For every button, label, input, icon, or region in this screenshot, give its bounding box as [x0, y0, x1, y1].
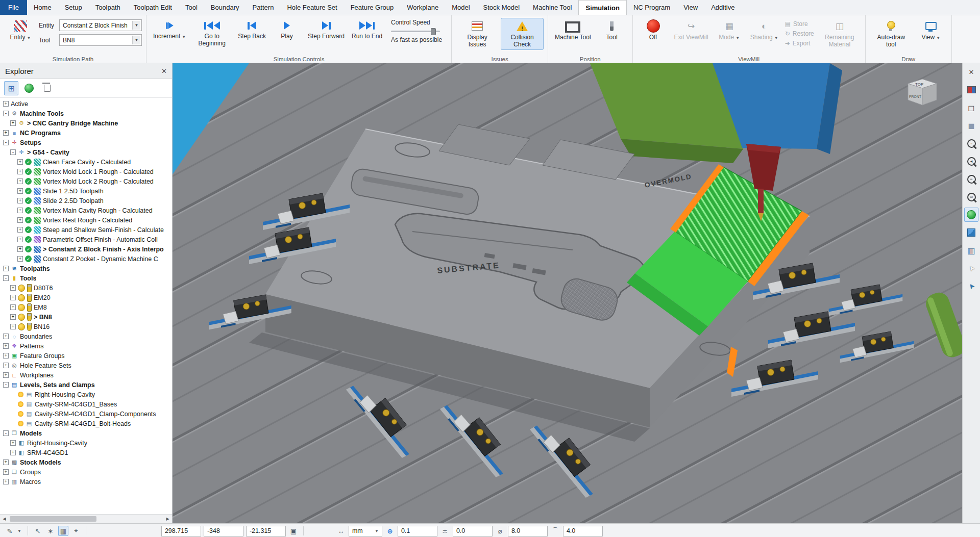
tree-item[interactable]: +Active [0, 99, 172, 109]
tab-machine-tool[interactable]: Machine Tool [526, 0, 578, 15]
viewport-3d[interactable]: SUBSTRATE OVERMOLD TOP FRONT [173, 63, 962, 523]
expand-icon[interactable]: + [17, 237, 23, 242]
auto-draw-tool-button[interactable]: Auto-draw tool [870, 18, 913, 50]
explorer-options-button[interactable] [4, 81, 18, 95]
viewmill-shading-button[interactable]: ◐ Shading▼ [748, 18, 781, 43]
tree-item[interactable]: +BN16 [0, 322, 172, 331]
expand-icon[interactable]: + [17, 217, 23, 223]
collapse-icon[interactable]: - [3, 382, 9, 388]
zoom-to-fit-button[interactable] [964, 136, 978, 150]
tab-model[interactable]: Model [445, 0, 476, 15]
scroll-left-icon[interactable]: ◀ [0, 515, 9, 523]
tree-item[interactable]: Cavity-SRM-4C4GD1_Bolt-Heads [0, 419, 172, 428]
toolbar-options-button[interactable]: ✎ ▼ [3, 525, 23, 536]
speed-slider[interactable] [391, 28, 440, 34]
view-cube-front-label[interactable]: FRONT [909, 95, 922, 98]
tree-item[interactable]: +✓Clean Face Cavity - Calculated [0, 157, 172, 167]
tab-pattern[interactable]: Pattern [246, 0, 280, 15]
tab-toolpath-edit[interactable]: Toolpath Edit [127, 0, 179, 15]
tree-item[interactable]: +✓Steep and Shallow Semi-Finish - Calcul… [0, 225, 172, 235]
tab-boundary[interactable]: Boundary [204, 0, 246, 15]
explorer-hscrollbar[interactable]: ◀ ▶ [0, 514, 172, 523]
tab-home[interactable]: Home [27, 0, 58, 15]
expand-icon[interactable]: + [3, 130, 9, 136]
tab-view[interactable]: View [677, 0, 704, 15]
chevron-down-icon[interactable]: ▼ [375, 529, 379, 533]
tab-additive[interactable]: Additive [704, 0, 741, 15]
tree-item[interactable]: +Macros [0, 477, 172, 487]
tab-feature-group[interactable]: Feature Group [344, 0, 401, 15]
expand-icon[interactable]: + [17, 246, 23, 252]
tab-nc-program[interactable]: NC Program [627, 0, 677, 15]
tree-item[interactable]: +Boundaries [0, 331, 172, 341]
step-forward-button[interactable]: Step Forward [305, 18, 347, 42]
tree-item[interactable]: +EM8 [0, 302, 172, 312]
tree-item[interactable]: +✓Parametric Offset Finish - Automatic C… [0, 235, 172, 244]
tree-item[interactable]: +✓Constant Z Pocket - Dynamic Machine C [0, 254, 172, 264]
scroll-right-icon[interactable]: ▶ [163, 515, 172, 523]
remaining-material-button[interactable]: ◫ Remaining Material [818, 18, 861, 50]
zoom-out-button[interactable] [964, 172, 978, 186]
tab-workplane[interactable]: Workplane [400, 0, 445, 15]
snap-options-icon[interactable]: ∗ [45, 526, 56, 536]
tree-item[interactable]: +✓Slide 2 2.5D Toolpath [0, 196, 172, 206]
viewmill-off-button[interactable]: Off [637, 18, 670, 43]
collapse-icon[interactable]: - [3, 430, 9, 436]
viewmill-mode-button[interactable]: ▦ Mode▼ [713, 18, 746, 43]
tree-item[interactable]: +✓Slide 1 2.5D Toolpath [0, 186, 172, 196]
expand-icon[interactable]: + [3, 479, 9, 484]
expand-icon[interactable]: + [3, 372, 9, 378]
tree-item[interactable]: Right-Housing-Cavity [0, 390, 172, 399]
view-cube[interactable]: TOP FRONT [908, 79, 937, 105]
collapse-icon[interactable]: - [3, 111, 9, 116]
speed-slider-thumb[interactable] [431, 28, 436, 35]
expand-icon[interactable]: + [3, 266, 9, 271]
simulation-scene[interactable]: SUBSTRATE OVERMOLD TOP FRONT [173, 63, 962, 523]
view-presets-button[interactable] [964, 83, 978, 97]
scrollbar-thumb[interactable] [10, 516, 96, 522]
explorer-close-icon[interactable]: ✕ [161, 67, 167, 75]
tree-item[interactable]: +Toolpaths [0, 264, 172, 273]
zoom-previous-button[interactable] [964, 154, 978, 168]
play-button[interactable]: Play [271, 18, 303, 42]
tree-item[interactable]: -Levels, Sets and Clamps [0, 380, 172, 390]
expand-icon[interactable]: + [10, 450, 16, 455]
expand-icon[interactable]: + [10, 120, 16, 126]
tree-item[interactable]: +Workplanes [0, 370, 172, 380]
shaded-view-button[interactable] [964, 118, 978, 133]
tab-setup[interactable]: Setup [58, 0, 89, 15]
target-icon[interactable]: ⌖ [71, 526, 81, 536]
tree-item[interactable]: +> BN8 [0, 312, 172, 322]
tool-diameter-field[interactable]: 8.0 [508, 526, 548, 536]
expand-icon[interactable]: + [10, 314, 16, 320]
expand-icon[interactable]: + [3, 101, 9, 107]
drag-cursor-button[interactable] [964, 279, 978, 293]
tree-item[interactable]: +EM20 [0, 293, 172, 302]
position-tool-button[interactable]: Tool [596, 18, 628, 43]
tab-simulation[interactable]: Simulation [578, 0, 626, 15]
collision-check-button[interactable]: Collision Check [501, 18, 544, 50]
tree-item[interactable]: +SRM-4C4GD1 [0, 448, 172, 457]
tree-item[interactable]: +Stock Models [0, 457, 172, 467]
expand-icon[interactable]: + [3, 334, 9, 339]
tree-item[interactable]: -Tools [0, 273, 172, 283]
expand-icon[interactable]: + [17, 159, 23, 165]
tab-stock-model[interactable]: Stock Model [477, 0, 527, 15]
close-button[interactable] [964, 65, 978, 79]
view-cube-top-label[interactable]: TOP [915, 82, 923, 87]
expand-icon[interactable]: + [17, 169, 23, 174]
tree-item[interactable]: -Setups [0, 138, 172, 147]
export-button[interactable]: ➜Export [783, 38, 816, 48]
tree-item[interactable]: Cavity-SRM-4C4GD1_Clamp-Components [0, 409, 172, 419]
tree-item[interactable]: +Groups [0, 467, 172, 477]
tree-item[interactable]: +✓Vortex Mold Lock 1 Rough - Calculated [0, 167, 172, 176]
thickness-field[interactable]: 0.0 [453, 526, 493, 536]
block-display-button[interactable] [964, 225, 978, 240]
expand-icon[interactable]: + [3, 353, 9, 359]
display-issues-button[interactable]: Display Issues [456, 18, 499, 50]
chevron-down-icon[interactable]: ▼ [132, 21, 140, 30]
select-cursor-button[interactable] [964, 261, 978, 275]
explorer-delete-button[interactable] [40, 81, 54, 95]
tree-item[interactable]: +✓Vortex Mold Lock 2 Rough - Calculated [0, 176, 172, 186]
tree-item[interactable]: +✓Vortex Main Cavity Rough - Calculated [0, 206, 172, 215]
